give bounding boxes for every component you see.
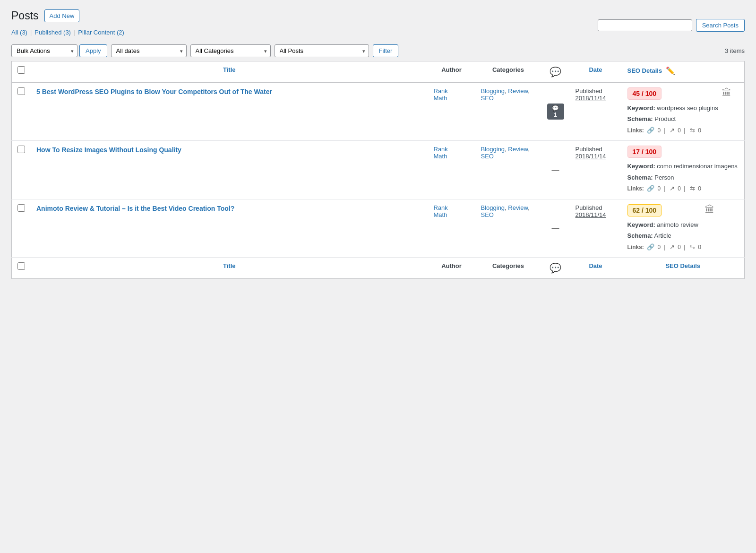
foot-date[interactable]: Date <box>570 258 622 279</box>
row2-categories-cell: Blogging, Review, SEO <box>475 141 541 199</box>
row3-author-cell: RankMath <box>428 199 475 257</box>
items-count: 3 items <box>725 47 745 54</box>
posts-wrapper: All Posts <box>275 44 369 57</box>
row1-author-link[interactable]: RankMath <box>434 87 448 102</box>
posts-select[interactable]: All Posts <box>275 44 369 57</box>
subsubsub: All (3) | Published (3) | Pillar Content… <box>11 29 124 36</box>
row2-date-value: 2018/11/14 <box>576 153 606 160</box>
row2-checkbox[interactable] <box>17 146 25 153</box>
row3-comments-cell: — <box>541 199 570 257</box>
row2-seo-score: 17 / 100 <box>627 146 662 158</box>
table-header-row: Title Author Categories 💬 Date SEO Detai… <box>12 61 745 83</box>
row1-cat-blogging[interactable]: Blogging <box>481 87 505 95</box>
row1-cat-seo[interactable]: SEO <box>481 95 494 102</box>
row2-cat-seo[interactable]: SEO <box>481 153 494 160</box>
th-checkbox <box>12 61 31 83</box>
top-nav-row: All (3) | Published (3) | Pillar Content… <box>11 29 745 41</box>
subnav-all[interactable]: All (3) <box>11 29 27 36</box>
row1-comments-cell: 💬 1 <box>541 83 570 141</box>
row2-share-icon: ⇆ <box>690 185 695 192</box>
row3-share-icon: ⇆ <box>690 243 695 251</box>
row3-seo-keyword: Keyword: animoto review <box>627 219 701 230</box>
row1-seo-content: 45 / 100 Keyword: wordpress seo plugins … <box>627 87 739 136</box>
table-body: 5 Best WordPress SEO Plugins to Blow You… <box>12 83 745 258</box>
bulk-actions-wrapper: Bulk Actions <box>11 44 77 57</box>
filter-button[interactable]: Filter <box>373 44 399 57</box>
row1-seo-details: Keyword: wordpress seo plugins Schema: P… <box>627 103 718 136</box>
subnav-pillar[interactable]: Pillar Content (2) <box>78 29 124 36</box>
row1-checkbox[interactable] <box>17 87 25 95</box>
row2-title-link[interactable]: How To Resize Images Without Losing Qual… <box>36 146 181 154</box>
sep2: | <box>74 29 75 36</box>
foot-title[interactable]: Title <box>31 258 428 279</box>
search-posts-button[interactable]: Search Posts <box>696 19 745 32</box>
row3-seo-main: 62 / 100 Keyword: animoto review Schema:… <box>627 204 701 252</box>
th-title[interactable]: Title <box>31 61 428 83</box>
row1-sep1: | <box>664 127 665 134</box>
th-date[interactable]: Date <box>570 61 622 83</box>
row1-cat-review[interactable]: Review <box>508 87 528 95</box>
row2-cat-blogging[interactable]: Blogging <box>481 146 505 153</box>
row3-seo-score: 62 / 100 <box>627 204 662 216</box>
comments-icon: 💬 <box>550 67 561 77</box>
table-row: 5 Best WordPress SEO Plugins to Blow You… <box>12 83 745 141</box>
row1-title-cell: 5 Best WordPress SEO Plugins to Blow You… <box>31 83 428 141</box>
row3-title-link[interactable]: Animoto Review & Tutorial – Is it the Be… <box>36 205 234 212</box>
row1-title-link[interactable]: 5 Best WordPress SEO Plugins to Blow You… <box>36 88 272 95</box>
row2-seo-cell: 17 / 100 Keyword: como redimensionar ima… <box>622 141 745 199</box>
toolbar: Bulk Actions Apply All dates All Categor… <box>11 44 745 57</box>
bulk-actions-select[interactable]: Bulk Actions <box>11 44 77 57</box>
page-title: Posts <box>11 9 39 22</box>
row2-date-cell: Published 2018/11/14 <box>570 141 622 199</box>
add-new-button[interactable]: Add New <box>44 9 80 22</box>
row3-external-link-icon: ↗ <box>670 243 675 251</box>
row1-seo-main: 45 / 100 Keyword: wordpress seo plugins … <box>627 87 718 136</box>
row3-cat-seo[interactable]: SEO <box>481 211 494 218</box>
row3-title-cell: Animoto Review & Tutorial – Is it the Be… <box>31 199 428 257</box>
subnav-published[interactable]: Published (3) <box>34 29 71 36</box>
foot-date-link[interactable]: Date <box>589 262 602 269</box>
row1-seo-cell: 45 / 100 Keyword: wordpress seo plugins … <box>622 83 745 141</box>
row2-seo-schema: Schema: Person <box>627 172 738 183</box>
search-input[interactable] <box>598 19 692 31</box>
foot-select-all-checkbox[interactable] <box>17 262 25 270</box>
row3-sep2: | <box>684 244 685 251</box>
th-date-link[interactable]: Date <box>589 66 602 73</box>
categories-select[interactable]: All Categories <box>190 44 271 57</box>
foot-author: Author <box>428 258 475 279</box>
posts-table: Title Author Categories 💬 Date SEO Detai… <box>11 61 745 279</box>
row1-date-value: 2018/11/14 <box>576 95 606 102</box>
row3-seo-links: Links: 🔗 0 | ↗ 0 | ⇆ 0 <box>627 242 701 253</box>
dates-select[interactable]: All dates <box>111 44 187 57</box>
foot-comments-icon: 💬 <box>550 263 561 273</box>
row2-author-link[interactable]: RankMath <box>434 146 448 160</box>
row3-date-cell: Published 2018/11/14 <box>570 199 622 257</box>
apply-button[interactable]: Apply <box>79 44 107 57</box>
row3-sep1: | <box>664 244 665 251</box>
row3-checkbox[interactable] <box>17 204 25 212</box>
row2-cat-review[interactable]: Review <box>508 146 528 153</box>
row1-checkbox-cell <box>12 83 31 141</box>
row2-seo-content: 17 / 100 Keyword: como redimensionar ima… <box>627 146 739 194</box>
row3-author-link[interactable]: RankMath <box>434 204 448 218</box>
edit-seo-icon[interactable]: ✏️ <box>666 66 675 75</box>
select-all-checkbox[interactable] <box>17 66 25 74</box>
row3-cat-review[interactable]: Review <box>508 204 528 211</box>
foot-comments: 💬 <box>541 258 570 279</box>
row2-sep1: | <box>664 185 665 192</box>
seo-header-row: SEO Details ✏️ <box>627 66 739 75</box>
th-seo-link[interactable]: SEO Details <box>627 67 662 74</box>
th-author: Author <box>428 61 475 83</box>
row1-share-icon: ⇆ <box>690 127 695 134</box>
row1-comment-bubble[interactable]: 💬 1 <box>547 104 564 120</box>
row3-cat-blogging[interactable]: Blogging <box>481 204 505 211</box>
row1-internal-link-icon: 🔗 <box>647 127 654 134</box>
row2-author-cell: RankMath <box>428 141 475 199</box>
th-title-link[interactable]: Title <box>223 66 236 73</box>
row1-seo-links: Links: 🔗 0 | ↗ 0 | ⇆ 0 <box>627 125 718 136</box>
row2-checkbox-cell <box>12 141 31 199</box>
row2-title-cell: How To Resize Images Without Losing Qual… <box>31 141 428 199</box>
foot-title-link[interactable]: Title <box>223 262 236 269</box>
dates-wrapper: All dates <box>111 44 187 57</box>
row2-no-comments: — <box>552 166 559 174</box>
